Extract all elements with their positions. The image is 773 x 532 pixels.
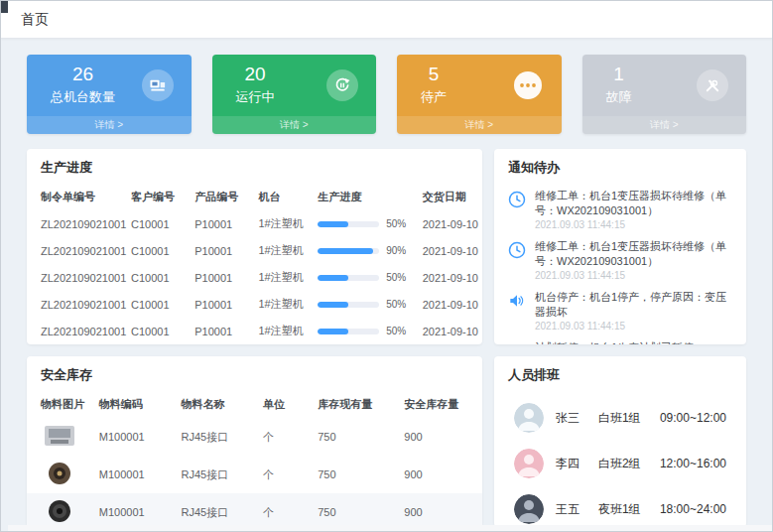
panel-title: 通知待办 <box>494 149 746 184</box>
progress-label: 50% <box>386 272 406 283</box>
cell-unit: 个 <box>259 456 314 493</box>
horizontal-scrollbar[interactable] <box>8 525 772 531</box>
stat-card-total-machines[interactable]: 26 总机台数量 详情 > <box>27 55 192 134</box>
speaker-photo <box>41 498 78 524</box>
table-row: ZL202109021001 C10001 P10001 1#注塑机 50% 2… <box>27 210 482 237</box>
speaker-icon <box>507 341 527 344</box>
cell-stock: 750 <box>314 456 400 493</box>
stat-card-running[interactable]: 20 运行中 详情 > <box>212 55 377 134</box>
card-info: 20 运行中 <box>236 64 275 106</box>
table-row: M100001 RJ45接口 个 750 900 <box>27 493 482 527</box>
cell-product: P10001 <box>191 318 254 344</box>
card-main: 20 运行中 <box>212 55 377 106</box>
avatar <box>514 403 544 433</box>
notification-item[interactable]: 维修工单：机台1变压器损坏待维修（单号：WX202109031001） 2021… <box>507 184 733 234</box>
stat-card-fault[interactable]: 1 故障 详情 > <box>582 55 747 134</box>
stat-value: 26 <box>51 64 115 85</box>
staff-name: 张三 <box>556 410 598 427</box>
detail-link[interactable]: 详情 > <box>212 116 377 134</box>
notification-text: 机台停产：机台1停产，停产原因：变压器损坏 <box>535 290 733 319</box>
table-header-row: 物料图片 物料编码 物料名称 单位 库存现有量 安全库存量 <box>27 391 482 418</box>
progress-bar <box>318 221 379 227</box>
cell-machine: 1#注塑机 <box>254 237 314 264</box>
breadcrumb-home[interactable]: 首页 <box>21 11 49 29</box>
clock-icon <box>507 240 527 260</box>
card-main: 1 故障 <box>582 55 747 106</box>
progress-bar-fill <box>318 248 373 254</box>
staff-name: 王五 <box>556 501 598 518</box>
card-info: 26 总机台数量 <box>51 64 115 106</box>
column-header: 生产进度 <box>314 184 419 210</box>
notification-body: 维修工单：机台1变压器损坏待维修（单号：WX202109031001） 2021… <box>535 189 733 230</box>
cell-product: P10001 <box>191 237 254 264</box>
column-header: 物料名称 <box>177 391 259 418</box>
column-header: 物料编码 <box>95 391 178 418</box>
cell-material-code: M100001 <box>95 493 178 527</box>
dashboard-page: 首页 26 总机台数量 详情 > <box>0 0 773 532</box>
cell-progress: 90% <box>314 237 419 264</box>
panel-title: 人员排班 <box>494 356 746 391</box>
cell-product: P10001 <box>191 210 254 237</box>
detail-link[interactable]: 详情 > <box>27 116 192 134</box>
progress-bar <box>318 302 379 308</box>
notification-body: 维修工单：机台1变压器损坏待维修（单号：WX202109031001） 2021… <box>535 239 733 281</box>
bottom-row: 安全库存 物料图片 物料编码 物料名称 单位 库存现有量 安全库存量 <box>1 344 772 527</box>
rj45-connector-photo <box>41 423 78 449</box>
topbar: 首页 <box>1 1 772 39</box>
staff-shift: 白班1组 <box>598 410 660 427</box>
cell-material-code: M100001 <box>95 418 178 456</box>
machine-icon <box>142 69 174 101</box>
progress-bar <box>318 248 379 254</box>
middle-row: 生产进度 制令单编号 客户编号 产品编号 机台 生产进度 交货日期 ZL2021… <box>1 134 772 344</box>
stat-cards-row: 26 总机台数量 详情 > 20 运行中 <box>1 39 772 134</box>
card-main: 26 总机台数量 <box>27 55 192 106</box>
cell-unit: 个 <box>259 418 314 456</box>
progress-label: 50% <box>386 218 406 229</box>
column-header: 产品编号 <box>191 184 254 210</box>
notification-item[interactable]: 机台停产：机台1停产，停产原因：变压器损坏 2021.09.03 11:44:1… <box>507 285 733 335</box>
column-header: 客户编号 <box>127 184 191 210</box>
progress-bar-fill <box>318 302 348 308</box>
stat-value: 5 <box>421 64 447 85</box>
column-header: 单位 <box>259 391 314 418</box>
cell-stock: 750 <box>314 493 400 527</box>
detail-link[interactable]: 详情 > <box>397 116 562 134</box>
progress-bar <box>318 329 379 334</box>
cell-material-image <box>27 456 95 493</box>
notification-time: 2021.09.03 11:44:15 <box>535 321 733 332</box>
progress-label: 90% <box>386 245 406 256</box>
notification-text: 维修工单：机台1变压器损坏待维修（单号：WX202109031001） <box>535 189 733 217</box>
cell-date: 2021-09-10 <box>419 318 482 344</box>
panel-title: 生产进度 <box>27 149 482 184</box>
notification-text: 计划暂停：机台1生产计划已暂停 <box>535 340 733 344</box>
table-row: M100001 RJ45接口 个 750 900 <box>27 418 482 456</box>
cell-customer: C10001 <box>127 318 191 344</box>
staff-schedule-panel: 人员排班 张三 白班1组 09:00~12:00 <box>494 356 746 527</box>
cell-customer: C10001 <box>127 264 191 291</box>
table-row: ZL202109021001 C10001 P10001 1#注塑机 50% 2… <box>27 291 482 318</box>
cell-material-name: RJ45接口 <box>177 418 259 456</box>
detail-link[interactable]: 详情 > <box>582 116 747 134</box>
stat-label: 待产 <box>421 88 447 106</box>
card-main: 5 待产 <box>397 55 562 106</box>
table-header-row: 制令单编号 客户编号 产品编号 机台 生产进度 交货日期 <box>27 184 482 210</box>
notification-item[interactable]: 维修工单：机台1变压器损坏待维修（单号：WX202109031001） 2021… <box>507 234 733 285</box>
progress-bar-fill <box>318 221 348 227</box>
notification-item[interactable]: 计划暂停：机台1生产计划已暂停 2021.09.03 11:44:15 <box>507 335 733 344</box>
cell-progress: 50% <box>314 318 419 344</box>
stat-label: 故障 <box>606 88 632 106</box>
column-header: 机台 <box>254 184 314 210</box>
table-row: ZL202109021001 C10001 P10001 1#注塑机 50% 2… <box>27 264 482 291</box>
cell-machine: 1#注塑机 <box>254 210 314 237</box>
cell-order: ZL202109021001 <box>27 210 127 237</box>
staff-name: 李四 <box>556 456 598 472</box>
cell-material-code: M100001 <box>95 456 178 493</box>
column-header: 安全库存量 <box>400 391 482 418</box>
cell-safety-stock: 900 <box>400 456 482 493</box>
cell-order: ZL202109021001 <box>27 237 127 264</box>
schedule-list: 张三 白班1组 09:00~12:00 李四 白班2组 12:00~16:00 <box>494 391 746 527</box>
cell-material-image <box>27 418 95 456</box>
stat-card-waiting[interactable]: 5 待产 详情 > <box>397 55 562 134</box>
schedule-row: 张三 白班1组 09:00~12:00 <box>498 395 742 441</box>
schedule-row: 王五 夜班1组 18:00~24:00 <box>498 486 742 527</box>
